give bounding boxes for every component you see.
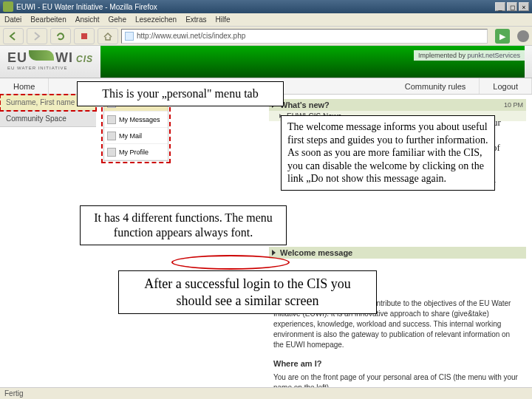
url-input[interactable]: http://www.euwi.net/cis/index.php — [121, 29, 488, 44]
reload-button[interactable] — [50, 28, 71, 44]
svg-rect-0 — [81, 33, 87, 39]
page-icon — [125, 32, 134, 41]
implemented-link[interactable]: punkt.netServices — [467, 52, 520, 59]
menu-ansicht[interactable]: Ansicht — [75, 16, 100, 24]
minimize-button[interactable]: _ — [495, 2, 505, 11]
browser-menubar: Datei Bearbeiten Ansicht Gehe Lesezeiche… — [0, 13, 532, 27]
expand-icon — [272, 250, 276, 256]
site-logo: EUWICIS — [7, 50, 93, 66]
callout-login: After a successful login to the CIS you … — [118, 270, 377, 314]
nav-home[interactable]: Home — [0, 78, 49, 94]
site-sublogo: EU WATER INITIATIVE — [7, 66, 93, 70]
submenu-my-profile[interactable]: My Profile — [104, 144, 168, 160]
back-button[interactable] — [3, 28, 24, 44]
menu-hilfe[interactable]: Hilfe — [216, 16, 231, 24]
profile-icon — [107, 148, 116, 157]
callout-welcome-message: The welcome message informs you about us… — [281, 115, 495, 191]
messages-icon — [107, 115, 116, 124]
app-icon — [3, 1, 13, 12]
where-am-i-heading: Where am I? — [273, 359, 526, 368]
left-column: Surname, First name Community Space — [0, 95, 96, 399]
forward-button[interactable] — [27, 28, 47, 44]
go-button[interactable]: ▶ — [495, 29, 510, 44]
menu-gehe[interactable]: Gehe — [109, 16, 126, 24]
window-titlebar: EUWI - EU Water Initiative - Mozilla Fir… — [0, 0, 532, 13]
browser-statusbar: Fertig — [0, 387, 532, 399]
close-button[interactable]: × — [519, 2, 529, 11]
window-controls: _ ◻ × — [495, 2, 529, 11]
maximize-button[interactable]: ◻ — [507, 2, 517, 11]
nav-community-rules[interactable]: Community rules — [392, 78, 480, 94]
callout-functions: It has 4 different functions. The menu f… — [80, 205, 287, 245]
menu-lesezeichen[interactable]: Lesezeichen — [135, 16, 177, 24]
submenu-my-messages[interactable]: My Messages — [104, 112, 168, 128]
menu-extras[interactable]: Extras — [185, 16, 206, 24]
mail-icon — [107, 132, 116, 140]
settings-icon[interactable] — [517, 30, 529, 42]
implemented-by: Implemented by punkt.netServices — [414, 50, 525, 61]
callout-personal-tab: This is your „personal" menu tab — [77, 81, 284, 106]
tab-community-space[interactable]: Community Space — [0, 111, 96, 127]
stop-button[interactable] — [74, 28, 95, 44]
site-banner: EUWICIS EU WATER INITIATIVE Implemented … — [0, 46, 532, 78]
menu-datei[interactable]: Datei — [4, 16, 21, 24]
url-text: http://www.euwi.net/cis/index.php — [137, 32, 245, 40]
window-title: EUWI - EU Water Initiative - Mozilla Fir… — [16, 3, 157, 11]
browser-toolbar: http://www.euwi.net/cis/index.php ▶ — [0, 27, 532, 46]
menu-bearbeiten[interactable]: Bearbeiten — [30, 16, 66, 24]
section-whats-new[interactable]: What's new? 10 PM — [269, 99, 526, 111]
status-text: Fertig — [4, 389, 24, 398]
nav-logout[interactable]: Logout — [480, 78, 532, 94]
home-button[interactable] — [98, 28, 118, 44]
submenu-my-mail[interactable]: My Mail — [104, 128, 168, 144]
section-welcome[interactable]: Welcome message — [269, 247, 526, 259]
